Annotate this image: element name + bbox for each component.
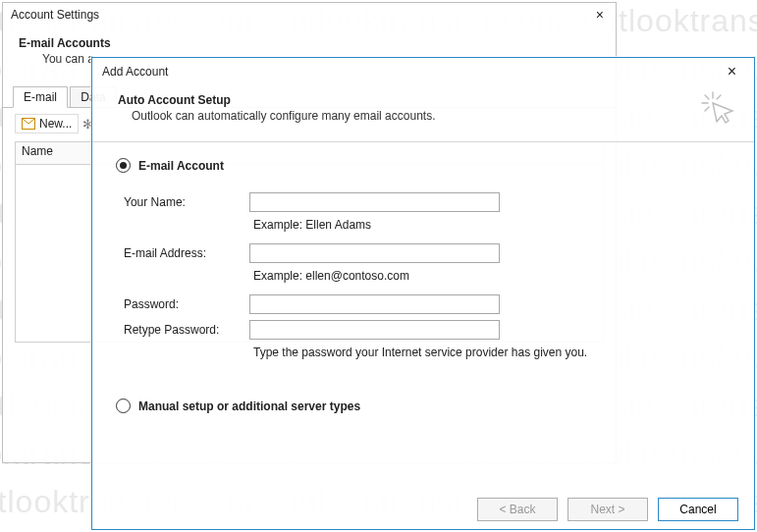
email-address-input[interactable] [249,243,500,263]
password-label: Password: [116,297,249,311]
email-address-hint: Example: ellen@contoso.com [253,269,730,283]
add-account-title: Add Account [102,65,168,79]
svg-line-3 [705,95,709,99]
close-icon[interactable]: × [590,7,610,23]
svg-line-4 [717,95,721,99]
new-button-label: New... [39,117,72,131]
envelope-icon [22,118,35,130]
manual-setup-radio-label: Manual setup or additional server types [138,399,360,413]
auto-setup-heading: Auto Account Setup [118,93,436,107]
cancel-button[interactable]: Cancel [658,498,738,521]
add-account-header: Auto Account Setup Outlook can automatic… [92,85,754,130]
add-account-titlebar: Add Account × [92,58,754,85]
back-button[interactable]: < Back [477,498,558,521]
account-settings-title: Account Settings [11,8,99,22]
cursor-click-icon [699,89,736,130]
retype-password-label: Retype Password: [116,323,249,337]
manual-setup-radio[interactable] [116,399,131,413]
tab-email[interactable]: E-mail [13,86,68,108]
new-account-button[interactable]: New... [15,114,79,133]
next-button[interactable]: Next > [568,498,648,521]
password-input[interactable] [249,294,500,314]
add-account-body: E-mail Account Your Name: Example: Ellen… [92,142,754,413]
your-name-input[interactable] [249,192,500,212]
email-account-radio[interactable] [116,158,131,173]
email-account-radio-label: E-mail Account [138,159,224,173]
email-accounts-heading: E-mail Accounts [19,36,600,50]
your-name-hint: Example: Ellen Adams [253,218,730,232]
password-hint: Type the password your Internet service … [253,346,730,359]
wizard-footer: < Back Next > Cancel [92,490,754,529]
add-account-dialog: Add Account × Auto Account Setup Outlook… [91,57,755,530]
email-address-label: E-mail Address: [116,246,249,260]
your-name-label: Your Name: [116,195,249,209]
auto-setup-subheading: Outlook can automatically configure many… [132,109,436,123]
email-account-radio-row[interactable]: E-mail Account [116,158,730,173]
svg-line-5 [705,107,709,111]
manual-setup-radio-row[interactable]: Manual setup or additional server types [116,399,730,413]
close-icon[interactable]: × [718,62,746,81]
retype-password-input[interactable] [249,320,500,340]
account-settings-titlebar: Account Settings × [3,3,616,27]
